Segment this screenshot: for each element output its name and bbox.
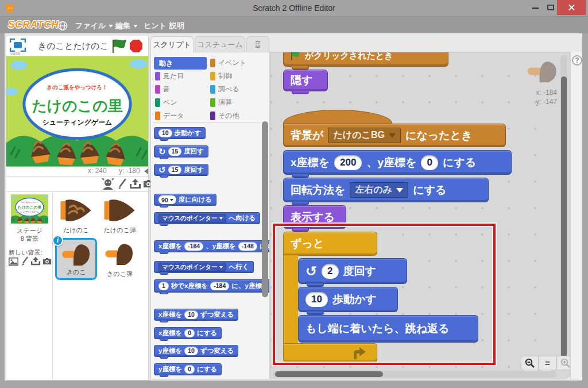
backdrop-hat-curve[interactable]	[283, 110, 392, 125]
green-flag-icon	[291, 52, 300, 61]
category-sound[interactable]: 音	[155, 84, 170, 94]
chevron-down-icon	[133, 25, 138, 28]
backdrop-library-icon[interactable]	[9, 258, 18, 266]
minimize-icon	[532, 7, 539, 9]
backdrop-count: 8 背景	[6, 235, 53, 243]
help-button[interactable]: ?	[572, 55, 582, 66]
close-button[interactable]	[557, 0, 586, 15]
tab-sounds[interactable]: 音	[246, 36, 269, 52]
palette-block-goto-xy[interactable]: x座標を-184 、y座標を-148 にする	[154, 240, 270, 252]
category-pen[interactable]: ペン	[155, 98, 177, 107]
tab-costumes[interactable]: コスチューム	[195, 36, 245, 52]
scrollbar-thumb[interactable]	[275, 371, 383, 377]
sprite-card-takenoko[interactable]: たけのこ	[55, 194, 97, 236]
script-block-when-flag-clicked[interactable]: がクリックされたとき	[283, 52, 448, 67]
script-block-set-rotation-style[interactable]: 回転方法を 左右のみ にする	[283, 178, 489, 202]
palette-block-change-y[interactable]: y座標を10ずつ変える	[154, 345, 238, 357]
palette-block-set-x[interactable]: x座標を0にする	[154, 327, 222, 339]
script-vertical-scrollbar[interactable]	[560, 55, 567, 371]
takenoko-sprite-image	[58, 197, 94, 224]
palette-block-turn-cw[interactable]: ↻ 15度回す	[154, 145, 208, 157]
zoom-in-button[interactable]	[556, 356, 570, 370]
zoom-reset-button[interactable]: =	[539, 356, 556, 370]
language-globe-icon[interactable]	[57, 21, 68, 31]
upload-sprite-icon[interactable]	[129, 178, 141, 190]
palette-block-set-y[interactable]: y座標を0にする	[154, 363, 222, 375]
sprite-card-kinoko-selected[interactable]: きのこ i	[55, 238, 97, 280]
camera-backdrop-icon[interactable]	[42, 258, 52, 265]
script-block-when-backdrop-switches[interactable]: 背景が たけのこBG になったとき	[283, 124, 506, 147]
category-events[interactable]: イベント	[210, 58, 246, 68]
zoom-out-button[interactable]	[521, 356, 539, 370]
sprite-card-kinoko-dan[interactable]: きのこ弾	[99, 238, 141, 280]
app-cat-icon	[5, 3, 15, 13]
rotation-style-dropdown[interactable]: 左右のみ	[350, 182, 408, 198]
sprite-card-takenoko-dan[interactable]: たけのこ弾	[99, 194, 141, 236]
menu-about[interactable]: 説明	[169, 21, 184, 31]
mouse-x-readout: x: 240	[88, 167, 107, 175]
chevron-down-icon	[109, 25, 113, 28]
stage-mouse-coords: x: 240 y: -180	[6, 167, 148, 176]
stage-thumbnail[interactable]	[11, 194, 48, 224]
scrollbar-thumb[interactable]	[561, 76, 567, 368]
palette-block-change-x[interactable]: x座標を10ずつ変える	[154, 309, 238, 321]
kinoko-sprite-image	[59, 241, 94, 268]
backdrop-dropdown[interactable]: たけのこBG	[328, 128, 401, 143]
sprite-info-icon[interactable]: i	[52, 235, 63, 246]
tab-scripts[interactable]: スクリプト	[150, 36, 194, 52]
value-oval[interactable]: 200	[334, 155, 362, 170]
value-oval[interactable]: 10	[158, 129, 172, 137]
palette-block-point-towards[interactable]: マウスのポインター へ向ける	[154, 212, 260, 224]
dropdown-arrow-icon	[219, 217, 223, 220]
script-block-set-xy[interactable]: x座標を200 、y座標を0 にする	[283, 150, 512, 175]
category-more[interactable]: その他	[210, 111, 239, 121]
title-bar: Scratch 2 Offline Editor	[0, 0, 588, 16]
category-operators[interactable]: 演算	[210, 98, 232, 107]
value-oval[interactable]: 0	[421, 155, 438, 170]
category-looks[interactable]: 見た目	[155, 71, 184, 81]
palette-block-glide[interactable]: 1秒でx座標を -184に、y座標を -148	[154, 279, 270, 293]
script-block-hide[interactable]: 隠す	[283, 70, 328, 91]
category-color-swatch	[210, 59, 215, 67]
kinoko-dan-sprite-image	[102, 241, 137, 267]
takenoko-dan-sprite-image	[102, 197, 137, 224]
palette-scrollbar[interactable]	[262, 121, 268, 297]
palette-divider	[153, 122, 260, 123]
paint-new-sprite-icon[interactable]	[118, 178, 127, 190]
category-data[interactable]: データ	[155, 111, 184, 121]
menu-edit[interactable]: 編集	[115, 21, 138, 31]
minimize-button[interactable]	[531, 0, 541, 15]
upload-backdrop-icon[interactable]	[30, 256, 41, 266]
annotation-highlight-rectangle	[273, 224, 496, 365]
block-palette: 動き イベント 見た目 制御 音 調べる ペン 演算 データ その他 10歩動か…	[150, 52, 270, 379]
menu-tips[interactable]: ヒント	[144, 21, 167, 31]
fullscreen-button[interactable]	[10, 39, 26, 52]
green-flag-button[interactable]	[111, 39, 127, 53]
stage-header: v456 きのことたけのこ	[6, 36, 148, 56]
category-control[interactable]: 制御	[210, 71, 232, 81]
category-sensing[interactable]: 調べる	[210, 84, 239, 94]
menu-bar: SCRATCH ファイル 編集 ヒント 説明	[0, 16, 588, 33]
turn-ccw-icon: ↺	[158, 165, 166, 175]
scratch-logo[interactable]: SCRATCH	[8, 19, 59, 30]
palette-block-goto-pointer[interactable]: マウスのポインター へ行く	[154, 261, 254, 273]
dropdown-arrow-icon	[389, 133, 396, 138]
new-sprite-library-icon[interactable]	[102, 178, 114, 190]
panel-collapse-arrow-icon[interactable]	[144, 168, 148, 174]
maximize-button[interactable]	[546, 0, 556, 15]
palette-block-move[interactable]: 10歩動かす	[154, 127, 206, 139]
script-area[interactable]: がクリックされたとき 隠す 背景が たけのこBG になったとき x座標を200 …	[270, 52, 570, 379]
paint-backdrop-icon[interactable]	[21, 256, 29, 266]
script-horizontal-scrollbar[interactable]	[273, 371, 556, 378]
new-sprite-toolbar	[6, 176, 148, 192]
menu-file[interactable]: ファイル	[75, 21, 113, 31]
palette-block-point-direction[interactable]: 90 度に向ける	[154, 194, 216, 206]
sprite-position-readout: x: -184 y: -147	[536, 88, 557, 106]
palette-block-turn-ccw[interactable]: ↺ 15度回す	[154, 164, 208, 176]
sprite-y-readout: y: -147	[536, 97, 557, 106]
category-motion[interactable]: 動き	[154, 57, 207, 70]
stage-label[interactable]: ステージ	[6, 226, 53, 235]
stop-button[interactable]	[129, 39, 143, 53]
stage-panel: v456 きのことたけのこ x: 240 y: -180	[6, 36, 149, 381]
stage-display[interactable]	[6, 56, 148, 167]
